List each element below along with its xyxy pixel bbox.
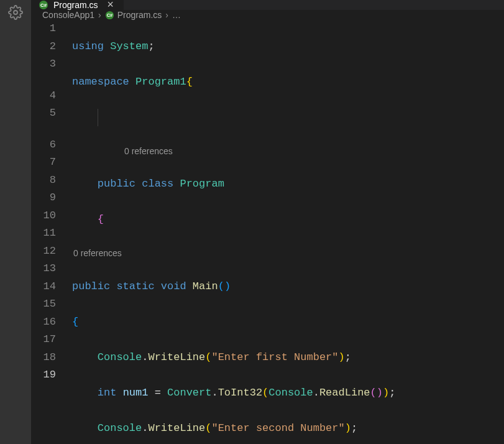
code-editor[interactable]: 1 2 3 4 5 6 7 8 9 10 11 12 13 14 15 16 1… (31, 20, 504, 444)
svg-text:C#: C# (40, 2, 47, 8)
breadcrumb-symbol[interactable]: … (172, 10, 181, 20)
csharp-file-icon: C# (39, 0, 48, 10)
breadcrumb-file[interactable]: C# Program.cs (105, 10, 162, 20)
svg-point-0 (14, 11, 17, 14)
codelens-references[interactable]: 0 references (72, 246, 504, 260)
breadcrumb: ConsoleApp1 › C# Program.cs › … (31, 10, 504, 20)
breadcrumb-folder[interactable]: ConsoleApp1 (42, 10, 94, 20)
codelens-references[interactable]: 0 references (72, 144, 504, 158)
line-number-gutter: 1 2 3 4 5 6 7 8 9 10 11 12 13 14 15 16 1… (31, 20, 72, 444)
chevron-right-icon: › (98, 10, 101, 20)
editor-area: C# Program.cs × ConsoleApp1 › C# Program… (31, 0, 504, 444)
activity-bar (0, 0, 31, 444)
close-icon[interactable]: × (106, 0, 116, 10)
chevron-right-icon: › (165, 10, 168, 20)
csharp-file-icon: C# (105, 11, 114, 20)
tab-bar: C# Program.cs × (31, 0, 504, 10)
tab-program-cs[interactable]: C# Program.cs × (31, 0, 124, 10)
tab-label: Program.cs (53, 0, 98, 10)
manage-gear-icon[interactable] (8, 5, 23, 20)
svg-text:C#: C# (106, 12, 112, 18)
code-content[interactable]: using System; namespace Program1{ 0 refe… (72, 20, 504, 444)
